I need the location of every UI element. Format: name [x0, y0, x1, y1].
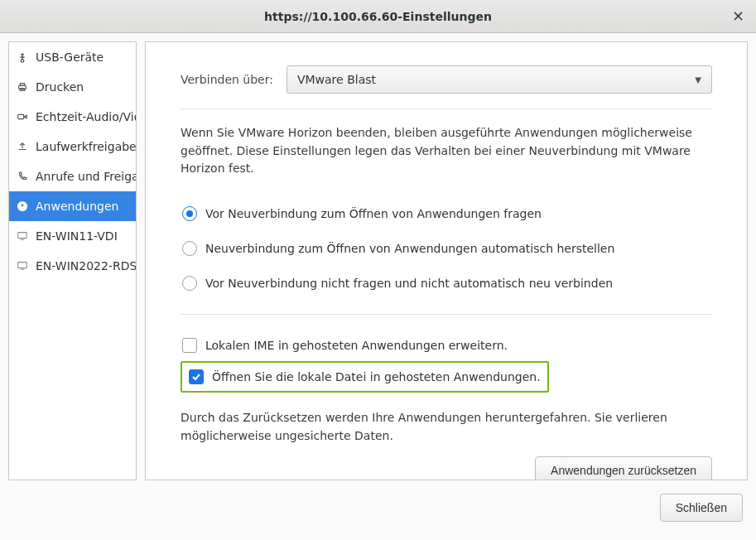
radio-icon: [182, 276, 197, 291]
reset-description: Durch das Zurücksetzen werden Ihre Anwen…: [181, 409, 712, 445]
close-icon[interactable]: ×: [732, 8, 744, 23]
divider: [181, 314, 712, 315]
checkbox-label: Öffnen Sie die lokale Datei in gehostete…: [212, 370, 541, 383]
checkbox-icon: [182, 338, 197, 353]
checkbox-label: Lokalen IME in gehosteten Anwendungen er…: [205, 339, 508, 352]
sidebar-item-label: EN-WIN11-VDI: [36, 229, 118, 243]
svg-rect-7: [18, 263, 27, 268]
sidebar-item-applications[interactable]: Anwendungen: [9, 191, 136, 221]
select-value: VMware Blast: [297, 73, 376, 86]
behavior-description: Wenn Sie VMware Horizon beenden, bleiben…: [181, 124, 712, 178]
connect-label: Verbinden über:: [181, 73, 273, 86]
chevron-down-icon: ▼: [695, 75, 701, 84]
connect-row: Verbinden über: VMware Blast ▼: [181, 65, 712, 94]
radio-icon: [182, 241, 197, 256]
apps-icon: [16, 200, 29, 213]
sidebar-item-rtav[interactable]: Echtzeit-Audio/Video: [9, 102, 136, 132]
checkbox-open-local-file[interactable]: Öffnen Sie die lokale Datei in gehostete…: [187, 364, 542, 389]
camera-icon: [16, 110, 29, 123]
radio-icon: [182, 206, 197, 221]
radio-no-reconnect[interactable]: Vor Neuverbindung nicht fragen und nicht…: [181, 266, 712, 301]
svg-point-0: [21, 60, 24, 63]
footer: Schließen: [0, 489, 756, 522]
highlight-annotation: Öffnen Sie die lokale Datei in gehostete…: [181, 361, 549, 393]
monitor-icon: [16, 259, 29, 272]
radio-auto-reconnect[interactable]: Neuverbindung zum Öffnen von Anwendungen…: [181, 231, 712, 266]
sidebar-item-label: Anwendungen: [36, 200, 118, 213]
sidebar-item-print[interactable]: Drucken: [9, 72, 136, 102]
sidebar-item-drive[interactable]: Laufwerkfreigabe: [9, 132, 136, 162]
sidebar-item-label: Anrufe und Freigabe: [36, 170, 136, 183]
reset-applications-button[interactable]: Anwendungen zurücksetzen: [535, 456, 712, 480]
share-icon: [16, 140, 29, 153]
sidebar-item-calls[interactable]: Anrufe und Freigabe: [9, 162, 136, 191]
reset-row: Anwendungen zurücksetzen: [181, 456, 712, 480]
sidebar-item-label: Echtzeit-Audio/Video: [36, 110, 136, 123]
monitor-icon: [16, 229, 29, 243]
close-button[interactable]: Schließen: [660, 494, 743, 522]
printer-icon: [16, 80, 29, 94]
sidebar-item-label: Drucken: [36, 80, 84, 94]
svg-rect-2: [20, 84, 24, 86]
main-panel: Verbinden über: VMware Blast ▼ Wenn Sie …: [145, 41, 748, 480]
window-title: https://10.100.66.60-Einstellungen: [264, 10, 492, 23]
sidebar-item-vdi2[interactable]: EN-WIN2022-RDSH: [9, 251, 136, 281]
titlebar: https://10.100.66.60-Einstellungen ×: [0, 0, 756, 33]
radio-label: Vor Neuverbindung zum Öffnen von Anwendu…: [205, 207, 542, 220]
divider: [181, 108, 712, 109]
content-area: USB-Geräte Drucken Echtzeit-Audio/Video …: [0, 33, 756, 489]
connect-protocol-select[interactable]: VMware Blast ▼: [287, 65, 712, 94]
radio-ask-before-reconnect[interactable]: Vor Neuverbindung zum Öffnen von Anwendu…: [181, 196, 712, 231]
sidebar-item-usb[interactable]: USB-Geräte: [9, 42, 136, 72]
sidebar-item-label: Laufwerkfreigabe: [36, 140, 136, 153]
sidebar-item-label: USB-Geräte: [36, 51, 104, 64]
radio-label: Vor Neuverbindung nicht fragen und nicht…: [205, 277, 613, 290]
sidebar: USB-Geräte Drucken Echtzeit-Audio/Video …: [8, 41, 137, 480]
svg-rect-6: [18, 233, 27, 239]
checkbox-icon: [189, 369, 204, 384]
reconnect-radio-group: Vor Neuverbindung zum Öffnen von Anwendu…: [181, 196, 712, 301]
sidebar-item-label: EN-WIN2022-RDSH: [36, 259, 136, 272]
sidebar-item-vdi1[interactable]: EN-WIN11-VDI: [9, 221, 136, 251]
checkbox-extend-ime[interactable]: Lokalen IME in gehosteten Anwendungen er…: [181, 330, 712, 361]
phone-icon: [16, 170, 29, 183]
radio-label: Neuverbindung zum Öffnen von Anwendungen…: [205, 242, 614, 255]
usb-icon: [16, 51, 29, 64]
